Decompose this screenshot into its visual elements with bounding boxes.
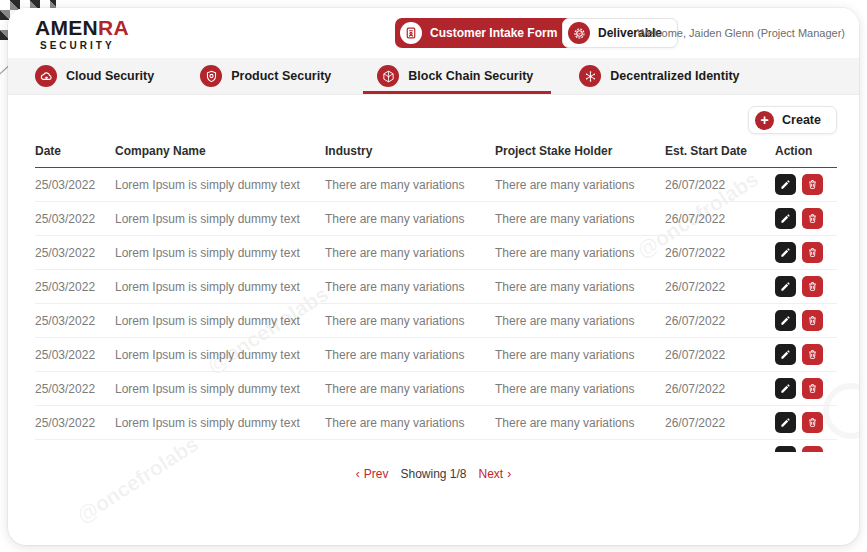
tab-block-chain-security[interactable]: Block Chain Security (377, 58, 533, 94)
table-row: 25/03/2022 Lorem Ipsum is simply dummy t… (35, 202, 837, 236)
cell-project-stake-holder: There are many variations (495, 178, 665, 192)
table-body: 25/03/2022 Lorem Ipsum is simply dummy t… (35, 168, 837, 452)
edit-button[interactable] (775, 174, 796, 195)
block-chain-security-icon (377, 65, 399, 87)
table-header-row: Date Company Name Industry Project Stake… (35, 139, 837, 168)
delete-button[interactable] (802, 412, 823, 433)
cell-industry: There are many variations (325, 178, 495, 192)
cell-company-name: Lorem Ipsum is simply dummy text (115, 178, 325, 192)
edit-button[interactable] (775, 276, 796, 297)
cell-est-start-date: 26/07/2022 (665, 416, 775, 430)
tab-cloud-security[interactable]: Cloud Security (35, 58, 154, 94)
cell-company-name: Lorem Ipsum is simply dummy text (115, 382, 325, 396)
cell-industry: There are many variations (325, 348, 495, 362)
customer-intake-form-button[interactable]: Customer Intake Form (395, 18, 573, 48)
pagination: ‹Prev Showing 1/8 Next› (8, 467, 859, 481)
cell-company-name: Lorem Ipsum is simply dummy text (115, 348, 325, 362)
brand-logo: AMENRA SECURITY (35, 17, 129, 51)
column-header-company: Company Name (115, 144, 325, 158)
delete-button[interactable] (802, 242, 823, 263)
cloud-security-icon (35, 65, 57, 87)
decentralized-identity-icon (579, 65, 601, 87)
main-content: + Create Date Company Name Industry Proj… (8, 95, 859, 545)
cell-actions (775, 208, 837, 229)
intake-button-label: Customer Intake Form (430, 26, 557, 40)
edit-button[interactable] (775, 344, 796, 365)
next-page-link[interactable]: Next› (479, 467, 512, 481)
delete-button[interactable] (802, 174, 823, 195)
table-row: 25/03/2022 Lorem Ipsum is simply dummy t… (35, 304, 837, 338)
tab-label: Cloud Security (66, 69, 154, 83)
table-row: 25/03/2022 Lorem Ipsum is simply dummy t… (35, 406, 837, 440)
edit-button[interactable] (775, 412, 796, 433)
cell-company-name: Lorem Ipsum is simply dummy text (115, 212, 325, 226)
product-security-icon (200, 65, 222, 87)
cell-date: 25/03/2022 (35, 280, 115, 294)
cell-industry: There are many variations (325, 212, 495, 226)
cell-date: 25/03/2022 (35, 382, 115, 396)
cell-actions (775, 378, 837, 399)
cell-actions (775, 310, 837, 331)
table-row: 25/03/2022 Lorem Ipsum is simply dummy t… (35, 168, 837, 202)
edit-button[interactable] (775, 310, 796, 331)
cell-date: 25/03/2022 (35, 450, 115, 453)
column-header-est-start: Est. Start Date (665, 144, 775, 158)
delete-button[interactable] (802, 378, 823, 399)
prev-label: Prev (364, 467, 389, 481)
page-indicator: Showing 1/8 (400, 467, 466, 481)
cell-industry: There are many variations (325, 416, 495, 430)
cell-est-start-date: 26/07/2022 (665, 178, 775, 192)
cell-industry: There are many variations (325, 246, 495, 260)
cell-date: 25/03/2022 (35, 416, 115, 430)
table-row: 25/03/2022 Lorem Ipsum is simply dummy t… (35, 236, 837, 270)
cell-actions (775, 174, 837, 195)
cell-project-stake-holder: There are many variations (495, 212, 665, 226)
delete-button[interactable] (802, 344, 823, 365)
cell-project-stake-holder: There are many variations (495, 450, 665, 453)
delete-button[interactable] (802, 446, 823, 452)
prev-page-link[interactable]: ‹Prev (356, 467, 389, 481)
cell-actions (775, 242, 837, 263)
edit-button[interactable] (775, 378, 796, 399)
table-row: 25/03/2022 Lorem Ipsum is simply dummy t… (35, 338, 837, 372)
cell-company-name: Lorem Ipsum is simply dummy text (115, 450, 325, 453)
app-window: @oncefrolabs @oncefrolabs @oncefrolabs A… (8, 8, 859, 545)
tab-label: Block Chain Security (408, 69, 533, 83)
brand-name-accent: RA (98, 16, 129, 39)
cell-industry: There are many variations (325, 314, 495, 328)
edit-button[interactable] (775, 208, 796, 229)
cell-date: 25/03/2022 (35, 246, 115, 260)
cell-actions (775, 412, 837, 433)
brand-name-primary: AMEN (35, 16, 98, 39)
cell-est-start-date: 26/07/2022 (665, 348, 775, 362)
tab-decentralized-identity[interactable]: Decentralized Identity (579, 58, 739, 94)
brand-subtitle: SECURITY (35, 41, 129, 51)
edit-button[interactable] (775, 242, 796, 263)
cell-industry: There are many variations (325, 382, 495, 396)
delete-button[interactable] (802, 276, 823, 297)
cell-company-name: Lorem Ipsum is simply dummy text (115, 280, 325, 294)
cell-project-stake-holder: There are many variations (495, 416, 665, 430)
brand-name: AMENRA (35, 17, 129, 38)
app-header: AMENRA SECURITY Customer Intake Form (8, 8, 859, 58)
column-header-stakeholder: Project Stake Holder (495, 144, 665, 158)
cell-company-name: Lorem Ipsum is simply dummy text (115, 416, 325, 430)
security-tab-bar: Cloud Security Product Security Block Ch… (8, 58, 859, 95)
create-button-label: Create (782, 113, 821, 127)
cell-date: 25/03/2022 (35, 348, 115, 362)
cell-est-start-date: 26/07/2022 (665, 212, 775, 226)
cell-company-name: Lorem Ipsum is simply dummy text (115, 246, 325, 260)
chevron-left-icon: ‹ (356, 467, 360, 481)
cell-company-name: Lorem Ipsum is simply dummy text (115, 314, 325, 328)
delete-button[interactable] (802, 310, 823, 331)
create-button[interactable]: + Create (748, 106, 837, 134)
cell-est-start-date: 26/07/2022 (665, 280, 775, 294)
cell-industry: There are many variations (325, 280, 495, 294)
delete-button[interactable] (802, 208, 823, 229)
plus-icon: + (755, 111, 774, 130)
welcome-text: Welcome, Jaiden Glenn (Project Manager) (637, 27, 845, 39)
edit-button[interactable] (775, 446, 796, 452)
tab-product-security[interactable]: Product Security (200, 58, 331, 94)
cell-project-stake-holder: There are many variations (495, 348, 665, 362)
cell-est-start-date: 26/07/2022 (665, 382, 775, 396)
